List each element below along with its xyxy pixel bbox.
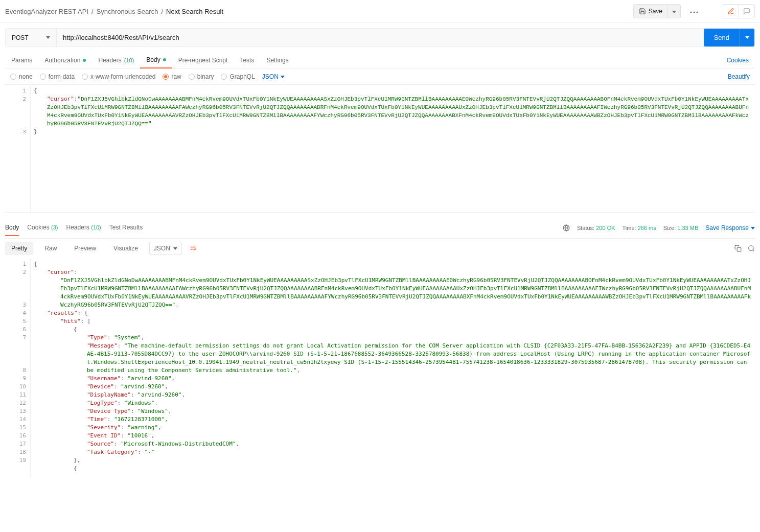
resp-tab-cookies[interactable]: Cookies (3) (27, 220, 58, 236)
response-format-select[interactable]: JSON (149, 242, 182, 255)
status-value: 200 OK (596, 225, 615, 231)
view-pretty[interactable]: Pretty (5, 242, 33, 255)
tab-label: Cookies (27, 224, 49, 231)
json-key: "Device" (87, 383, 114, 390)
svg-point-0 (690, 12, 692, 13)
json-value: "warning" (127, 424, 158, 431)
size-label: Size: (663, 225, 676, 231)
json-key: "DisplayName" (87, 391, 131, 398)
tab-label: Params (11, 57, 32, 64)
json-value: "System" (114, 334, 141, 341)
body-type-graphql[interactable]: GraphQL (221, 73, 255, 80)
wrap-lines-button[interactable] (187, 242, 199, 255)
chevron-down-icon (46, 36, 50, 39)
disk-icon (639, 8, 646, 15)
tab-prerequest[interactable]: Pre-request Script (172, 53, 234, 68)
wrap-icon (189, 244, 197, 251)
cookies-count: (3) (51, 224, 58, 230)
send-split-button: Send (704, 29, 754, 47)
more-options-button[interactable] (686, 5, 702, 18)
request-body-editor[interactable]: 12 3 { "cursor":"DnF1ZXJ5VGhlbkZldGNoDwA… (5, 85, 755, 213)
json-key: "results" (47, 310, 78, 316)
view-visualize[interactable]: Visualize (107, 242, 144, 255)
json-key: "cursor" (47, 96, 74, 102)
body-type-form-data[interactable]: form-data (40, 73, 75, 80)
request-tabs: Params Authorization Headers (10) Body P… (5, 52, 755, 69)
code-area[interactable]: { "cursor": "DnF1ZXJ5VGhlbkZldGNoDwAAAAA… (31, 258, 755, 478)
tab-settings[interactable]: Settings (260, 53, 294, 68)
chevron-down-icon (751, 227, 755, 229)
radio-label: form-data (49, 73, 75, 80)
code-area[interactable]: { "cursor":"DnF1ZXJ5VGhlbkZldGNoDwAAAAAA… (31, 85, 755, 212)
svg-rect-7 (737, 247, 741, 251)
status-label: Status: (577, 225, 594, 231)
save-caret[interactable] (667, 5, 680, 18)
tab-label: Test Results (109, 224, 143, 231)
json-value: "arvind-9260" (121, 383, 165, 390)
send-button[interactable]: Send (704, 29, 740, 47)
tab-headers[interactable]: Headers (10) (92, 53, 140, 68)
response-body-editor[interactable]: 12 34567 8910111213141516171819 { "curso… (5, 258, 755, 478)
view-preview[interactable]: Preview (68, 242, 102, 255)
json-value: "1672128371000" (114, 416, 165, 423)
http-method-label: POST (12, 34, 29, 41)
json-value: "arvind-9260" (127, 375, 171, 382)
body-type-raw[interactable]: raw (163, 73, 181, 80)
body-type-none[interactable]: none (10, 73, 33, 80)
headers-count: (10) (124, 57, 134, 63)
tab-tests[interactable]: Tests (234, 53, 260, 68)
chevron-down-icon (745, 36, 749, 39)
body-format-select[interactable]: JSON (262, 73, 285, 80)
response-bar: Body Cookies (3) Headers (10) Test Resul… (5, 218, 755, 239)
resp-tab-headers[interactable]: Headers (10) (66, 220, 101, 236)
comments-button[interactable] (739, 5, 754, 18)
tab-label: Pre-request Script (178, 57, 228, 64)
body-type-binary[interactable]: binary (189, 73, 214, 80)
url-input[interactable] (57, 29, 704, 47)
http-method-select[interactable]: POST (6, 29, 57, 47)
search-button[interactable] (748, 245, 755, 252)
cookies-link[interactable]: Cookies (721, 53, 755, 68)
json-key: "Device Type" (87, 408, 131, 414)
svg-point-1 (694, 12, 695, 13)
dots-icon (690, 11, 698, 13)
json-value: "DnF1ZXJ5VGhlbkZldGNoDwAAAAAAAABMFnM4ckR… (47, 96, 749, 127)
globe-icon[interactable] (563, 224, 570, 232)
line-gutter: 12 34567 8910111213141516171819 (5, 258, 31, 478)
save-button[interactable]: Save (634, 5, 667, 18)
copy-button[interactable] (734, 245, 742, 252)
json-key: "hits" (60, 318, 81, 325)
tab-label: Settings (266, 57, 288, 64)
top-actions: Save (633, 4, 755, 18)
tab-label: Headers (98, 57, 121, 64)
tab-label: Tests (240, 57, 254, 64)
tab-params[interactable]: Params (5, 53, 38, 68)
svg-point-2 (697, 12, 698, 13)
headers-count: (10) (91, 224, 101, 230)
tab-authorization[interactable]: Authorization (38, 53, 92, 68)
view-raw[interactable]: Raw (38, 242, 63, 255)
chevron-down-icon (672, 11, 676, 13)
response-view-row: Pretty Raw Preview Visualize JSON (5, 239, 755, 258)
tab-body[interactable]: Body (140, 52, 172, 68)
send-caret[interactable] (740, 29, 754, 47)
chevron-down-icon (281, 76, 285, 78)
tab-label: Body (146, 56, 160, 63)
resp-tab-body[interactable]: Body (5, 220, 19, 236)
save-response-link[interactable]: Save Response (705, 224, 755, 232)
breadcrumb: EventlogAnalyzer REST API / Synchronous … (5, 8, 633, 15)
response-meta: Status: 200 OK Time: 266 ms Size: 1.33 M… (563, 224, 755, 232)
svg-point-8 (749, 246, 753, 250)
top-bar: EventlogAnalyzer REST API / Synchronous … (0, 0, 760, 23)
body-type-xwww[interactable]: x-www-form-urlencoded (82, 73, 155, 80)
breadcrumb-mid[interactable]: Synchronous Search (97, 8, 158, 15)
radio-label: raw (171, 73, 181, 80)
json-key: "Source" (87, 441, 114, 447)
documentation-button[interactable] (723, 5, 739, 18)
size-value: 1.33 MB (677, 225, 698, 231)
breadcrumb-root[interactable]: EventlogAnalyzer REST API (5, 8, 88, 15)
resp-tab-tests[interactable]: Test Results (109, 220, 143, 236)
beautify-link[interactable]: Beautify (728, 73, 750, 80)
cookies-label: Cookies (727, 57, 749, 64)
json-value: "-" (145, 449, 155, 455)
